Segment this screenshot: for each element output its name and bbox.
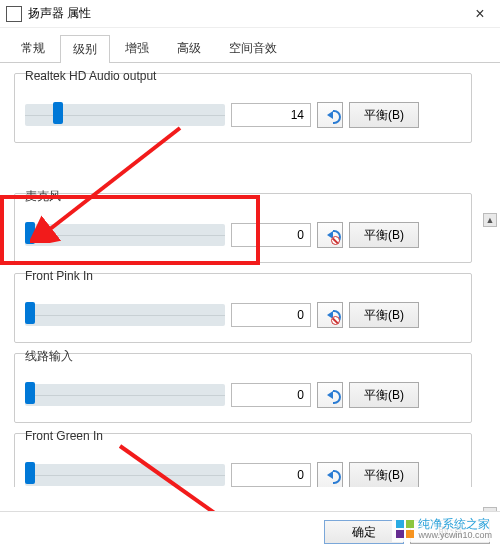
watermark-icon xyxy=(396,520,414,538)
scroll-up-icon[interactable]: ▲ xyxy=(483,213,497,227)
balance-button[interactable]: 平衡(B) xyxy=(349,302,419,328)
slider-pink[interactable] xyxy=(25,304,225,326)
balance-button[interactable]: 平衡(B) xyxy=(349,102,419,128)
app-icon xyxy=(6,6,22,22)
section-pink: Front Pink In 平衡(B) xyxy=(14,273,472,343)
tab-enhance[interactable]: 增强 xyxy=(112,34,162,62)
watermark-url: www.ycwin10.com xyxy=(418,530,492,540)
section-mic: 麦克风 平衡(B) xyxy=(14,193,472,263)
speaker-icon xyxy=(327,471,333,479)
slider-green[interactable] xyxy=(25,464,225,486)
value-green[interactable] xyxy=(231,463,311,487)
value-line[interactable] xyxy=(231,383,311,407)
scrollbar[interactable]: ▲ ▼ xyxy=(482,213,498,521)
scroll-area: Realtek HD Audio output 平衡(B) 麦克风 平衡(B) … xyxy=(14,69,496,487)
slider-realtek[interactable] xyxy=(25,104,225,126)
tab-spatial[interactable]: 空间音效 xyxy=(216,34,290,62)
slider-mic[interactable] xyxy=(25,224,225,246)
section-realtek: Realtek HD Audio output 平衡(B) xyxy=(14,73,472,143)
value-realtek[interactable] xyxy=(231,103,311,127)
content-area: Realtek HD Audio output 平衡(B) 麦克风 平衡(B) … xyxy=(0,63,500,487)
titlebar: 扬声器 属性 × xyxy=(0,0,500,28)
close-button[interactable]: × xyxy=(460,5,500,23)
muted-icon xyxy=(331,236,340,245)
scroll-track[interactable] xyxy=(483,227,497,507)
watermark: 纯净系统之家 www.ycwin10.com xyxy=(392,516,496,542)
slider-line[interactable] xyxy=(25,384,225,406)
tab-advanced[interactable]: 高级 xyxy=(164,34,214,62)
muted-icon xyxy=(331,316,340,325)
mute-button-pink[interactable] xyxy=(317,302,343,328)
balance-button[interactable]: 平衡(B) xyxy=(349,222,419,248)
value-pink[interactable] xyxy=(231,303,311,327)
section-line: 线路输入 平衡(B) xyxy=(14,353,472,423)
section-green: Front Green In 平衡(B) xyxy=(14,433,472,487)
value-mic[interactable] xyxy=(231,223,311,247)
tab-levels[interactable]: 级别 xyxy=(60,35,110,63)
mute-button-line[interactable] xyxy=(317,382,343,408)
tabs: 常规 级别 增强 高级 空间音效 xyxy=(0,28,500,63)
tab-general[interactable]: 常规 xyxy=(8,34,58,62)
mute-button-realtek[interactable] xyxy=(317,102,343,128)
mute-button-mic[interactable] xyxy=(317,222,343,248)
speaker-icon xyxy=(327,111,333,119)
watermark-text: 纯净系统之家 xyxy=(418,518,492,530)
mute-button-green[interactable] xyxy=(317,462,343,487)
speaker-icon xyxy=(327,391,333,399)
balance-button[interactable]: 平衡(B) xyxy=(349,462,419,487)
window-title: 扬声器 属性 xyxy=(28,5,460,22)
balance-button[interactable]: 平衡(B) xyxy=(349,382,419,408)
